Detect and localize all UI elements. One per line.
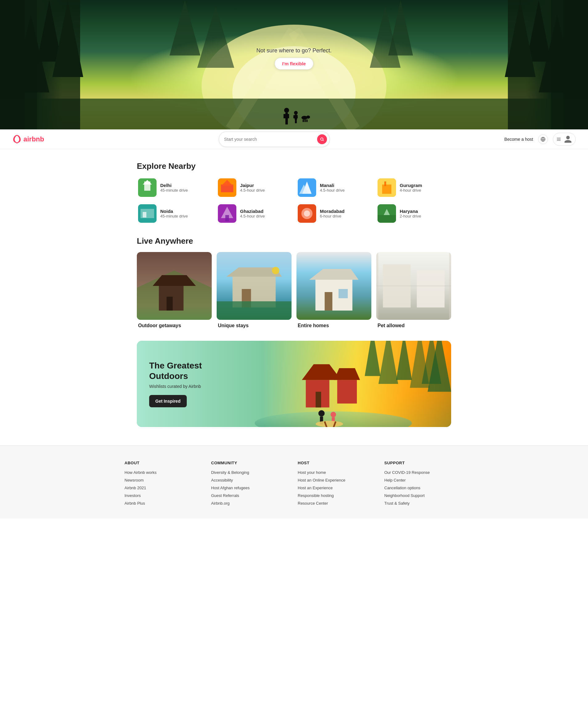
live-card-svg — [296, 252, 371, 320]
live-card-image — [296, 252, 371, 320]
live-card-image — [137, 252, 212, 320]
nearby-item[interactable]: Haryana 2-hour drive — [376, 203, 451, 224]
city-thumbnail-svg — [378, 204, 396, 223]
search-button[interactable] — [317, 134, 327, 144]
svg-rect-82 — [339, 289, 348, 298]
nearby-item[interactable]: Manali 4.5-hour drive — [296, 177, 371, 198]
banner-subtitle: Wishlists curated by Airbnb — [149, 384, 223, 389]
nearby-info: Manali 4.5-hour drive — [320, 183, 344, 193]
nearby-item[interactable]: Noida 45-minute drive — [137, 203, 212, 224]
nearby-item[interactable]: Jaipur 4.5-hour drive — [217, 177, 292, 198]
hero-content: Not sure where to go? Perfect. I'm flexi… — [256, 47, 332, 70]
footer-link[interactable]: How Airbnb works — [125, 470, 204, 475]
nearby-drive: 4.5-hour drive — [240, 214, 265, 218]
footer-inner: ABOUT How Airbnb worksNewsroomAirbnb 202… — [125, 461, 463, 509]
nearby-drive: 45-minute drive — [160, 188, 188, 193]
menu-icon — [556, 137, 561, 142]
svg-rect-60 — [225, 215, 229, 221]
footer-link[interactable]: Resource Center — [298, 501, 377, 505]
live-card-svg — [137, 252, 212, 320]
live-card-label: Unique stays — [217, 323, 292, 328]
svg-rect-54 — [384, 181, 386, 186]
svg-rect-56 — [141, 209, 154, 218]
nearby-drive: 4.5-hour drive — [240, 188, 265, 193]
live-card[interactable]: Entire homes — [296, 252, 371, 328]
svg-rect-99 — [337, 380, 357, 404]
footer-link[interactable]: Diversity & Belonging — [211, 470, 290, 475]
footer-column: SUPPORT Our COVID-19 ResponseHelp Center… — [384, 461, 463, 509]
search-bar — [219, 132, 330, 147]
hero-tree-right — [526, 0, 588, 129]
user-menu-button[interactable] — [553, 133, 576, 146]
live-card[interactable]: Pet allowed — [376, 252, 451, 328]
nearby-item[interactable]: Delhi 45-minute drive — [137, 177, 212, 198]
footer-grid: ABOUT How Airbnb worksNewsroomAirbnb 202… — [125, 461, 463, 509]
footer-link[interactable]: Host an Online Experience — [298, 478, 377, 482]
globe-button[interactable] — [538, 134, 548, 144]
svg-point-106 — [316, 421, 343, 427]
footer-link[interactable]: Our COVID-19 Response — [384, 470, 463, 475]
city-thumbnail-svg — [298, 178, 316, 197]
live-card[interactable]: Unique stays — [217, 252, 292, 328]
svg-rect-71 — [167, 297, 173, 310]
svg-rect-85 — [417, 270, 445, 307]
footer-link[interactable]: Cancellation options — [384, 485, 463, 490]
get-inspired-button[interactable]: Get Inspired — [149, 395, 187, 407]
footer-col-title: HOST — [298, 461, 377, 465]
airbnb-logo-icon — [12, 135, 22, 144]
svg-rect-77 — [217, 301, 292, 320]
footer-link[interactable]: Airbnb.org — [211, 501, 290, 505]
footer-column: COMMUNITY Diversity & BelongingAccessibi… — [211, 461, 290, 509]
nearby-info: Noida 45-minute drive — [160, 209, 188, 218]
become-host-link[interactable]: Become a host — [504, 137, 533, 142]
search-input[interactable] — [224, 137, 317, 142]
nearby-drive: 45-minute drive — [160, 214, 188, 218]
logo-text: airbnb — [23, 135, 44, 143]
nearby-drive: 4-hour drive — [400, 188, 422, 193]
svg-rect-57 — [143, 212, 146, 218]
nearby-thumbnail — [138, 204, 156, 223]
footer-link[interactable]: Newsroom — [125, 478, 204, 482]
footer-link[interactable]: Airbnb Plus — [125, 501, 204, 505]
nearby-item[interactable]: Moradabad 6-hour drive — [296, 203, 371, 224]
banner-title: The Greatest Outdoors — [149, 361, 223, 381]
footer-link[interactable]: Help Center — [384, 478, 463, 482]
nearby-city: Haryana — [400, 209, 421, 214]
footer-link[interactable]: Accessibility — [211, 478, 290, 482]
city-thumbnail-svg — [218, 204, 236, 223]
footer-link[interactable]: Host your home — [298, 470, 377, 475]
nearby-city: Ghaziabad — [240, 209, 265, 214]
live-card-label: Entire homes — [296, 323, 371, 328]
live-anywhere-grid: Outdoor getaways Unique stays — [137, 252, 451, 328]
logo[interactable]: airbnb — [12, 135, 44, 144]
svg-point-104 — [331, 412, 336, 417]
footer-col-title: COMMUNITY — [211, 461, 290, 465]
live-card[interactable]: Outdoor getaways — [137, 252, 212, 328]
nearby-thumbnail — [138, 178, 156, 197]
footer-link[interactable]: Host an Experience — [298, 485, 377, 490]
nearby-city: Moradabad — [320, 209, 344, 214]
footer-link[interactable]: Guest Referrals — [211, 493, 290, 498]
footer-link[interactable]: Trust & Safety — [384, 501, 463, 505]
svg-rect-81 — [325, 292, 333, 310]
nearby-item[interactable]: Gurugram 4-hour drive — [376, 177, 451, 198]
nearby-info: Haryana 2-hour drive — [400, 209, 421, 218]
nearby-info: Gurugram 4-hour drive — [400, 183, 422, 193]
svg-point-102 — [318, 410, 324, 416]
flexible-button[interactable]: I'm flexible — [275, 58, 314, 70]
nearby-drive: 6-hour drive — [320, 214, 344, 218]
nav-right: Become a host — [504, 133, 576, 146]
footer-link[interactable]: Investors — [125, 493, 204, 498]
svg-point-63 — [304, 211, 310, 217]
live-card-svg — [376, 252, 451, 320]
user-avatar-icon — [564, 135, 572, 144]
footer-link[interactable]: Airbnb 2021 — [125, 485, 204, 490]
footer-link[interactable]: Host Afghan refugees — [211, 485, 290, 490]
footer-column: HOST Host your homeHost an Online Experi… — [298, 461, 377, 509]
nearby-item[interactable]: Ghaziabad 4.5-hour drive — [217, 203, 292, 224]
explore-title: Explore Nearby — [137, 161, 451, 171]
footer-link[interactable]: Responsible hosting — [298, 493, 377, 498]
hero-section: Not sure where to go? Perfect. I'm flexi… — [0, 0, 588, 129]
footer-link[interactable]: Neighborhood Support — [384, 493, 463, 498]
nearby-info: Ghaziabad 4.5-hour drive — [240, 209, 265, 218]
